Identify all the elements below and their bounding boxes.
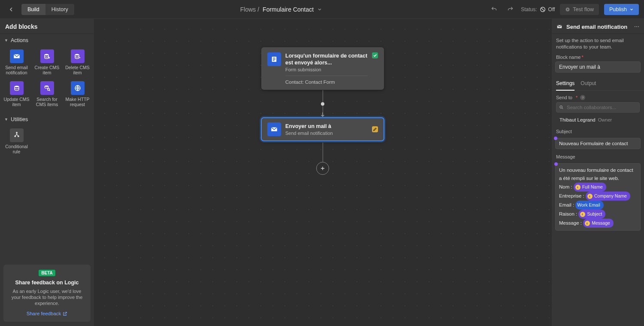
sidebar-heading: Add blocks <box>0 19 94 34</box>
message-input[interactable]: Un nouveau formulaire de contact a été r… <box>555 163 641 231</box>
back-button[interactable] <box>5 3 17 15</box>
panel-header: Send email notification <box>552 19 644 34</box>
token-company-name[interactable]: Company Name <box>586 192 630 201</box>
mail-icon <box>267 122 281 136</box>
collaborator-name: Thibaut Legrand <box>559 117 596 122</box>
block-name-label: Block name* <box>552 55 644 61</box>
svg-point-9 <box>15 136 15 137</box>
panel-right: Send email notification Set up the actio… <box>551 19 644 326</box>
publish-label: Publish <box>609 6 627 12</box>
tab-output[interactable]: Output <box>581 78 596 90</box>
status-ok-icon <box>372 52 378 58</box>
node-trigger[interactable]: Lorsqu'un formulaire de contact est envo… <box>261 47 384 90</box>
collaborator-search-input[interactable] <box>556 102 640 113</box>
svg-point-5 <box>45 85 48 87</box>
svg-point-4 <box>15 85 19 87</box>
section-actions-label: Actions <box>11 37 28 43</box>
add-node-button[interactable] <box>316 162 329 175</box>
token-work-email[interactable]: Work Email <box>575 201 603 210</box>
subject-label: Subject <box>556 129 640 134</box>
msg-line-raison: Raison : <box>559 211 578 216</box>
help-icon[interactable]: ? <box>580 95 585 100</box>
status-label: Status: <box>521 6 537 12</box>
tab-history[interactable]: History <box>45 4 74 15</box>
divider <box>285 76 368 76</box>
caret-down-icon: ▼ <box>4 117 8 122</box>
block-send-email[interactable]: Send email notification <box>2 48 31 77</box>
block-delete-cms[interactable]: Delete CMS item <box>63 48 92 77</box>
plus-icon <box>320 165 326 171</box>
connector <box>323 143 323 164</box>
svg-point-10 <box>18 136 18 137</box>
stack-plus-icon <box>40 49 54 63</box>
block-label: Create CMS item <box>33 65 61 75</box>
message-label: Message <box>556 154 640 159</box>
block-create-cms[interactable]: Create CMS item <box>32 48 62 77</box>
msg-line-nom: Nom : <box>559 184 574 189</box>
collaborator-item[interactable]: Thibaut Legrand Owner <box>556 115 640 125</box>
actions-grid: Send email notification Create CMS item … <box>0 46 94 113</box>
topbar: Build History Flows / Formulaire Contact… <box>0 0 644 19</box>
tab-settings[interactable]: Settings <box>556 78 574 91</box>
node-action-email[interactable]: Envoyer un mail à Send email notificatio… <box>261 118 384 141</box>
section-actions-header[interactable]: ▼ Actions <box>0 34 94 46</box>
caret-down-icon: ▼ <box>4 38 8 43</box>
svg-point-6 <box>47 88 49 91</box>
message-intro-text: Un nouveau formulaire de contact a été r… <box>559 168 633 181</box>
breadcrumb[interactable]: Flows / Formulaire Contact <box>79 6 484 13</box>
stack-minus-icon <box>71 49 85 63</box>
redo-button[interactable] <box>505 4 516 15</box>
block-http[interactable]: Make HTTP request <box>63 79 92 109</box>
test-flow-label: Test flow <box>573 6 594 12</box>
node-subtitle: Send email notification <box>285 131 368 136</box>
utilities-grid: Conditional rule <box>0 125 94 160</box>
panel-tabs: Settings Output <box>552 78 644 91</box>
status-indicator: Status: Off <box>521 6 555 12</box>
subject-input[interactable] <box>555 138 641 149</box>
tab-build[interactable]: Build <box>21 4 45 15</box>
redo-icon <box>507 6 514 12</box>
publish-button[interactable]: Publish <box>604 4 639 15</box>
breadcrumb-prefix: Flows / <box>240 6 259 13</box>
undo-button[interactable] <box>488 4 499 15</box>
block-label: Update CMS item <box>3 97 30 107</box>
globe-icon <box>71 81 85 95</box>
panel-title: Send email notification <box>566 24 630 30</box>
external-link-icon <box>63 311 67 316</box>
block-search-cms[interactable]: Search for CMS items <box>32 79 62 109</box>
node-title: Lorsqu'un formulaire de contact est envo… <box>285 52 368 66</box>
node-title: Envoyer un mail à <box>285 123 368 130</box>
arrow-left-icon <box>8 6 15 13</box>
token-message[interactable]: Message <box>583 219 614 228</box>
more-menu-button[interactable] <box>634 24 640 30</box>
collaborator-role: Owner <box>598 117 612 122</box>
block-label: Make HTTP request <box>64 97 91 107</box>
feedback-card: BETA Share feedback on Logic As an early… <box>3 265 91 322</box>
token-full-name[interactable]: Full Name <box>574 183 606 192</box>
undo-icon <box>491 6 497 12</box>
stack-icon <box>10 81 24 95</box>
msg-line-message: Message : <box>559 220 583 225</box>
svg-point-14 <box>638 26 639 27</box>
status-edit-icon <box>372 126 378 132</box>
svg-point-15 <box>560 106 562 108</box>
canvas[interactable]: Lorsqu'un formulaire de contact est envo… <box>94 19 551 326</box>
binding-dot-icon <box>554 137 557 140</box>
node-subtitle: Form submission <box>285 67 368 72</box>
block-conditional[interactable]: Conditional rule <box>2 127 31 156</box>
topbar-actions: Status: Off Test flow Publish <box>488 4 639 15</box>
subject-section: Subject <box>552 126 644 138</box>
more-horizontal-icon <box>634 24 640 30</box>
svg-point-3 <box>75 54 79 55</box>
section-utilities-header[interactable]: ▼ Utilities <box>0 113 94 125</box>
play-icon <box>565 7 570 12</box>
feedback-link[interactable]: Share feedback <box>27 311 68 316</box>
svg-point-8 <box>16 132 17 133</box>
test-flow-button[interactable]: Test flow <box>560 4 599 15</box>
feedback-link-label: Share feedback <box>27 311 61 316</box>
block-name-input[interactable] <box>555 61 641 73</box>
token-subject[interactable]: Subject <box>578 210 605 219</box>
block-update-cms[interactable]: Update CMS item <box>2 79 31 109</box>
sidebar-left: Add blocks ▼ Actions Send email notifica… <box>0 19 94 326</box>
node-extra: Contact: Contact Form <box>285 79 368 85</box>
